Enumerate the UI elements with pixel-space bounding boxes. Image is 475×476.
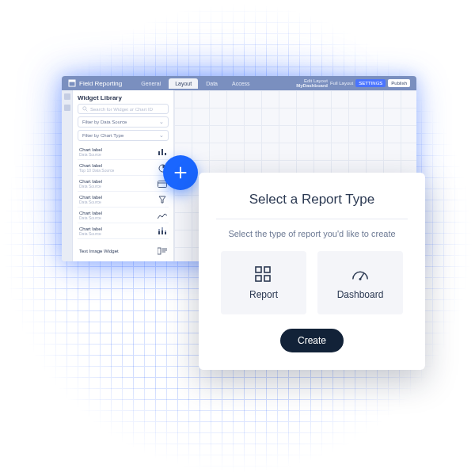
app-title: Field Reporting	[68, 79, 122, 87]
widget-library-title: Widget Library	[78, 94, 169, 101]
create-button[interactable]: Create	[280, 329, 344, 352]
rail-item[interactable]	[64, 93, 70, 100]
widget-list-item[interactable]: Chart labelData Source	[78, 208, 169, 223]
workspace-name: MyDashboard	[296, 83, 328, 88]
widget-list-item[interactable]: Chart labelData Source	[78, 177, 169, 192]
widget-list-item[interactable]: Chart labelData Source	[78, 145, 169, 160]
grid-icon	[254, 265, 273, 283]
search-icon	[82, 106, 88, 112]
widget-search[interactable]: Search for Widget or Chart ID	[78, 104, 169, 114]
svg-rect-13	[162, 227, 163, 230]
gauge-icon	[351, 265, 370, 283]
svg-rect-4	[158, 151, 160, 155]
widget-list: Chart labelData SourceChart labelTop 10 …	[78, 145, 169, 239]
filter-chart-type[interactable]: Filter by Chart Type ⌄	[78, 130, 169, 141]
rail-item[interactable]	[64, 105, 70, 111]
divider	[216, 219, 408, 219]
svg-rect-24	[256, 276, 261, 281]
header-right: Edit Layout MyDashboard Full Layout SETT…	[296, 78, 410, 88]
left-rail	[62, 90, 73, 261]
full-layout-link[interactable]: Full Layout	[330, 81, 353, 86]
svg-rect-6	[165, 153, 166, 155]
tab-access[interactable]: Access	[226, 78, 256, 89]
option-label: Dashboard	[337, 289, 384, 300]
widget-list-item[interactable]: Chart labelData Source	[78, 192, 169, 208]
settings-button[interactable]: SETTINGS	[355, 79, 386, 87]
svg-point-2	[83, 107, 86, 110]
app-icon	[68, 79, 76, 87]
funnel-chart-icon	[158, 196, 167, 204]
chevron-down-icon: ⌄	[159, 132, 164, 139]
svg-point-27	[359, 278, 362, 280]
option-report[interactable]: Report	[221, 251, 306, 314]
app-header: Field Reporting General Layout Data Acce…	[62, 76, 416, 90]
widget-list-item[interactable]: Chart labelData Source	[78, 224, 169, 239]
svg-rect-1	[69, 80, 75, 82]
stack-chart-icon	[158, 227, 167, 235]
svg-line-3	[86, 110, 88, 112]
svg-rect-23	[264, 267, 270, 272]
svg-rect-16	[158, 248, 161, 254]
text-image-widget[interactable]: Text Image Widget	[78, 245, 169, 257]
svg-rect-25	[264, 276, 270, 281]
svg-rect-22	[256, 267, 261, 272]
tab-layout[interactable]: Layout	[169, 78, 198, 89]
modal-title: Select a Report Type	[249, 192, 374, 208]
publish-button[interactable]: Publish	[388, 79, 410, 87]
widget-list-item[interactable]: Chart labelTop 10 Data Source	[78, 161, 169, 176]
tab-general[interactable]: General	[135, 78, 167, 89]
add-fab[interactable]	[163, 155, 198, 190]
chevron-down-icon: ⌄	[159, 119, 164, 125]
bar-chart-icon	[158, 148, 167, 156]
svg-rect-5	[162, 149, 163, 155]
text-widget-icon	[158, 247, 167, 255]
modal-subtitle: Select the type of report you'd like to …	[228, 229, 395, 238]
header-tabs: General Layout Data Access	[135, 78, 256, 89]
widget-library-panel: Widget Library Search for Widget or Char…	[73, 90, 174, 261]
line-chart-icon	[158, 211, 167, 219]
filter-data-source[interactable]: Filter by Data Source ⌄	[78, 116, 169, 128]
svg-rect-11	[158, 229, 160, 231]
tab-data[interactable]: Data	[200, 78, 224, 89]
option-dashboard[interactable]: Dashboard	[317, 251, 403, 314]
select-report-type-modal: Select a Report Type Select the type of …	[199, 173, 425, 370]
option-label: Report	[249, 289, 278, 300]
svg-rect-15	[165, 230, 166, 232]
plus-icon	[172, 164, 189, 181]
